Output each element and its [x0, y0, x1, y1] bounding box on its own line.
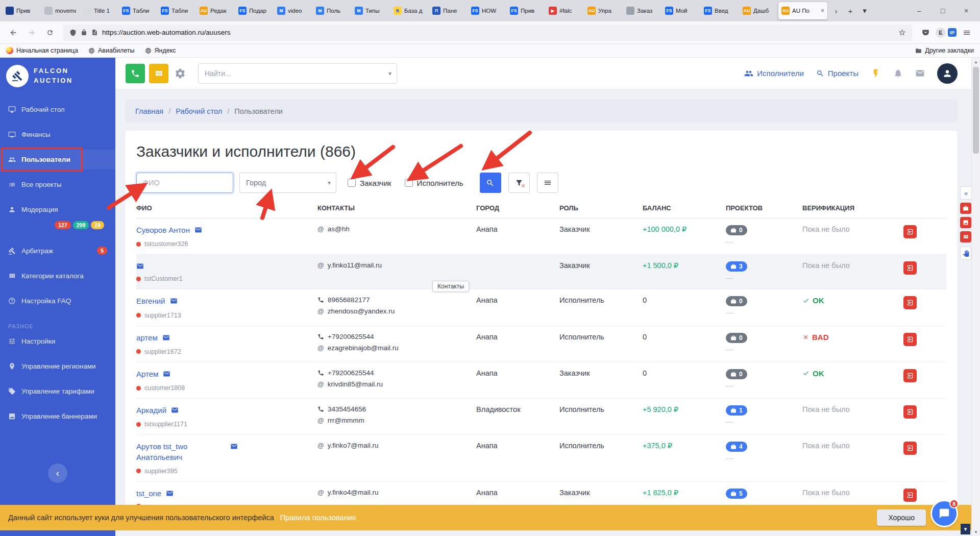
- user-name-link[interactable]: Арутов tst_two Анатольевич: [136, 442, 226, 462]
- fio-input[interactable]: [136, 173, 233, 193]
- sidebar-item-tune[interactable]: Настройки: [0, 331, 115, 351]
- browser-tab[interactable]: FSПрив: [507, 2, 545, 19]
- login-as-user-button[interactable]: [903, 369, 917, 382]
- sidebar-item-gavel[interactable]: Арбитраж5: [0, 240, 115, 261]
- extension-icon[interactable]: E: [936, 28, 946, 38]
- sidebar-item-grid[interactable]: Категории каталога: [0, 266, 115, 286]
- cookie-rules-link[interactable]: Правила пользования: [280, 514, 356, 522]
- lightning-icon[interactable]: [871, 68, 881, 79]
- envelope-icon[interactable]: [171, 406, 179, 414]
- global-search-input[interactable]: [205, 69, 388, 78]
- chat-widget[interactable]: 8: [932, 501, 957, 526]
- panel-collapse-tab[interactable]: «: [960, 186, 971, 200]
- search-button[interactable]: [480, 173, 501, 193]
- browser-tab[interactable]: FSТабли: [119, 2, 157, 19]
- login-as-user-button[interactable]: [903, 405, 917, 419]
- checkbox-box[interactable]: [348, 179, 356, 187]
- reader-icon[interactable]: [91, 29, 98, 36]
- envelope-icon[interactable]: [194, 226, 202, 234]
- bookmark-item[interactable]: Яндекс: [145, 47, 176, 54]
- window-close-button[interactable]: ×: [954, 0, 978, 21]
- sidebar-item-desktop[interactable]: Рабочий стол: [0, 100, 115, 119]
- avatar[interactable]: [937, 63, 958, 84]
- scrollbar-up-arrow[interactable]: ▴: [972, 58, 980, 66]
- back-button[interactable]: [5, 25, 21, 41]
- nav-performers[interactable]: Исполнители: [744, 69, 804, 78]
- breadcrumb-home[interactable]: Главная: [135, 107, 163, 115]
- browser-tab[interactable]: Mvideo: [274, 2, 312, 19]
- quick-action-1-button[interactable]: [960, 203, 971, 214]
- other-bookmarks[interactable]: Другие закладки: [915, 47, 974, 54]
- envelope-icon[interactable]: [230, 443, 238, 450]
- login-as-user-button[interactable]: [903, 489, 917, 502]
- bell-icon[interactable]: [893, 68, 903, 78]
- bookmark-item[interactable]: Авиабилеты: [88, 47, 135, 54]
- sidebar-item-tag[interactable]: Управление тарифами: [0, 381, 115, 401]
- browser-tab[interactable]: FSHOW: [468, 2, 506, 19]
- envelope-icon[interactable]: [136, 262, 144, 270]
- extension-ip-icon[interactable]: IP: [948, 28, 957, 37]
- window-minimize-button[interactable]: –: [908, 0, 931, 21]
- browser-tab[interactable]: FSВвед: [701, 2, 739, 19]
- envelope-icon[interactable]: [163, 370, 170, 378]
- checkbox-box[interactable]: [405, 179, 413, 187]
- browser-tab[interactable]: Title 1: [80, 2, 118, 19]
- browser-tab[interactable]: ▶#falc: [546, 2, 583, 19]
- login-as-user-button[interactable]: [903, 333, 917, 346]
- window-maximize-button[interactable]: □: [931, 0, 954, 21]
- forward-button[interactable]: [23, 25, 40, 41]
- pocket-button[interactable]: [917, 25, 934, 41]
- cookie-accept-button[interactable]: Хорошо: [877, 509, 926, 526]
- performer-checkbox[interactable]: Исполнитель: [405, 179, 463, 187]
- shield-icon[interactable]: [69, 29, 77, 36]
- browser-tab[interactable]: AUAU По×: [778, 2, 827, 19]
- login-as-user-button[interactable]: [903, 225, 917, 238]
- sidebar-item-question[interactable]: Настройка FAQ: [0, 291, 115, 311]
- sidebar-item-person[interactable]: Модерация12729929: [0, 200, 115, 235]
- browser-tab[interactable]: FSТабли: [158, 2, 195, 19]
- user-name-link[interactable]: Суворов Антон: [136, 225, 190, 235]
- user-name-link[interactable]: tst_one: [136, 489, 161, 499]
- sidebar-item-tv[interactable]: Финансы: [0, 125, 115, 144]
- browser-tab[interactable]: FSМой: [662, 2, 700, 19]
- browser-scrollbar[interactable]: ▴ ▾: [971, 58, 980, 536]
- browser-tab[interactable]: Заказ: [623, 2, 661, 19]
- bookmark-star-icon[interactable]: [898, 29, 906, 36]
- address-bar[interactable]: https://auction.web-automation.ru/auuser…: [63, 25, 912, 41]
- phone-button[interactable]: [126, 64, 145, 83]
- browser-tab[interactable]: FSПодар: [235, 2, 273, 19]
- city-select[interactable]: Город ▾: [239, 173, 336, 193]
- clear-filter-button[interactable]: [508, 173, 530, 193]
- sidebar-collapse-button[interactable]: ‹: [48, 464, 67, 483]
- browser-tab[interactable]: Прив: [3, 2, 40, 19]
- scrollbar-thumb[interactable]: [973, 67, 979, 154]
- chevron-down-icon[interactable]: ▾: [388, 70, 391, 77]
- sidebar-item-list[interactable]: Все проекты: [0, 175, 115, 194]
- envelope-icon[interactable]: [162, 334, 170, 342]
- tab-scroll-right-button[interactable]: ›: [829, 4, 843, 18]
- brand[interactable]: FALCON AUCTION: [0, 58, 115, 93]
- scrollbar-down-arrow[interactable]: ▾: [972, 528, 980, 536]
- messages-icon[interactable]: [915, 68, 925, 78]
- envelope-icon[interactable]: [166, 490, 174, 497]
- login-as-user-button[interactable]: [903, 442, 917, 455]
- scroll-down-widget[interactable]: ▾: [961, 524, 970, 534]
- settings-gears-button[interactable]: [175, 68, 186, 79]
- browser-tab[interactable]: ББаза д: [390, 2, 428, 19]
- browser-tab[interactable]: AUРедак: [197, 2, 234, 19]
- url-text[interactable]: https://auction.web-automation.ru/auuser…: [102, 29, 894, 36]
- new-tab-button[interactable]: +: [843, 4, 857, 18]
- browser-tab[interactable]: MТипы: [352, 2, 389, 19]
- pan-tool-button[interactable]: [960, 247, 971, 260]
- envelope-icon[interactable]: [170, 297, 178, 305]
- tab-close-icon[interactable]: ×: [821, 7, 824, 14]
- nav-projects[interactable]: Проекты: [816, 69, 859, 78]
- user-name-link[interactable]: Аркадий: [136, 405, 166, 416]
- sidebar-item-pin[interactable]: Управление регионами: [0, 356, 115, 376]
- sidebar-item-image[interactable]: Управление баннерами: [0, 406, 115, 426]
- breadcrumb-desktop[interactable]: Рабочий стол: [176, 107, 222, 115]
- login-as-user-button[interactable]: [903, 261, 917, 275]
- user-name-link[interactable]: Евгений: [136, 296, 165, 306]
- browser-tab[interactable]: AUДашб: [740, 2, 777, 19]
- browser-tab[interactable]: AUУпра: [584, 2, 622, 19]
